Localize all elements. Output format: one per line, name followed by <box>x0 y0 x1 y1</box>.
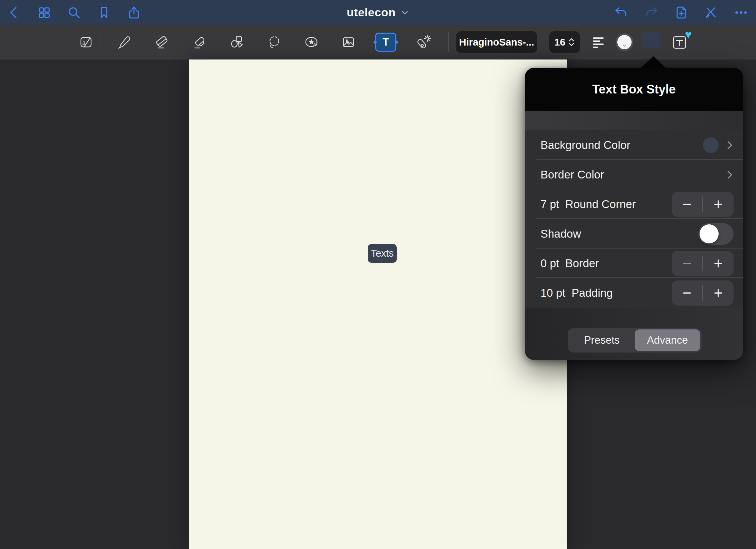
document-title-menu[interactable]: utelecon <box>347 0 409 25</box>
text-tool-icon[interactable]: T <box>375 33 396 52</box>
toggle-knob <box>700 224 719 243</box>
chevron-right-icon <box>726 170 734 180</box>
row-background-color[interactable]: Background Color <box>525 130 743 160</box>
eraser-icon[interactable] <box>154 35 169 50</box>
topbar-right-group <box>614 0 749 25</box>
row-shadow: Shadow <box>525 219 743 248</box>
padding-value: 10 pt <box>540 287 565 299</box>
round-corner-value: 7 pt <box>540 198 559 211</box>
read-mode-icon[interactable]: a <box>79 35 93 50</box>
app-screen: utelecon <box>0 0 756 549</box>
heart-badge-icon: ♥ <box>685 29 692 40</box>
text-tool-glyph: T <box>383 36 389 48</box>
border-width-decrease-button[interactable] <box>672 251 702 276</box>
bookmark-button[interactable] <box>97 5 111 20</box>
round-corner-decrease-button[interactable] <box>672 192 702 217</box>
topbar-left-group <box>7 0 141 25</box>
style-settings-list: Background Color Border Color 7 pt Round… <box>525 130 743 308</box>
padding-stepper <box>672 280 734 306</box>
toolbar-separator <box>101 32 101 52</box>
svg-text:a: a <box>82 38 86 47</box>
popover-title: Text Box Style <box>525 68 743 111</box>
toolbar-separator <box>448 32 449 52</box>
row-border-width: 0 pt Border <box>525 248 743 278</box>
document-page[interactable] <box>189 59 567 549</box>
top-navigation-bar: utelecon <box>0 0 756 25</box>
chevron-down-icon <box>400 8 409 17</box>
row-border-color[interactable]: Border Color <box>525 160 743 189</box>
background-color-value-swatch <box>703 137 719 153</box>
shadow-toggle-off[interactable] <box>698 223 734 245</box>
border-width-label: Border <box>565 257 599 270</box>
font-name-label: HiraginoSans-... <box>459 37 534 48</box>
advance-tab[interactable]: Advance <box>635 329 700 351</box>
thumbnails-grid-button[interactable] <box>37 5 52 20</box>
shadow-label: Shadow <box>540 227 581 240</box>
sticker-icon[interactable] <box>304 35 319 50</box>
border-width-value: 0 pt <box>540 257 559 270</box>
row-round-corner: 7 pt Round Corner <box>525 189 743 219</box>
current-color-white <box>617 35 632 49</box>
presets-advance-segmented-control: Presets Advance <box>568 328 702 353</box>
stepper-chevrons-icon <box>568 37 575 48</box>
background-color-label: Background Color <box>540 139 630 152</box>
padding-decrease-button[interactable] <box>672 280 702 306</box>
popover-preview-area <box>525 111 743 130</box>
font-size-value: 16 <box>554 37 565 48</box>
highlighter-icon[interactable] <box>192 35 207 50</box>
pen-icon[interactable] <box>117 35 132 50</box>
undo-button[interactable] <box>614 5 629 20</box>
lasso-icon[interactable] <box>267 35 282 50</box>
add-page-button[interactable] <box>674 5 689 20</box>
padding-increase-button[interactable] <box>703 280 734 306</box>
pen-cross-button[interactable] <box>704 5 719 20</box>
color-picker-icon[interactable] <box>616 33 633 51</box>
border-color-label: Border Color <box>540 168 604 181</box>
image-icon[interactable] <box>341 35 356 50</box>
round-corner-increase-button[interactable] <box>703 192 734 217</box>
text-box-content: Texts <box>371 248 394 259</box>
padding-label: Padding <box>571 287 613 299</box>
font-family-selector[interactable]: HiraginoSans-... <box>456 31 537 53</box>
share-button[interactable] <box>126 5 141 20</box>
page-title: utelecon <box>347 6 396 19</box>
text-box-style-popover: Text Box Style Background Color Border C… <box>525 68 743 360</box>
align-left-icon[interactable] <box>591 35 606 50</box>
row-padding: 10 pt Padding <box>525 278 743 308</box>
more-options-button[interactable] <box>734 5 749 20</box>
search-button[interactable] <box>67 5 82 20</box>
chevron-right-icon <box>726 140 734 150</box>
back-button[interactable] <box>7 5 22 20</box>
editing-toolbar: a <box>0 25 756 59</box>
popover-footer: Presets Advance <box>525 308 743 360</box>
shapes-icon[interactable] <box>230 35 245 50</box>
background-color-swatch[interactable] <box>642 32 660 48</box>
presets-tab[interactable]: Presets <box>569 329 635 351</box>
popover-arrow <box>640 56 666 68</box>
text-box-object[interactable]: Texts <box>368 244 397 263</box>
border-width-stepper <box>672 251 734 276</box>
redo-button[interactable] <box>644 5 659 20</box>
round-corner-stepper <box>672 192 734 217</box>
round-corner-label: Round Corner <box>565 198 636 211</box>
font-size-stepper[interactable]: 16 <box>549 31 580 53</box>
border-width-increase-button[interactable] <box>703 251 734 276</box>
laser-pointer-icon[interactable] <box>416 35 431 50</box>
textbox-style-icon[interactable]: ♥ <box>671 34 688 50</box>
